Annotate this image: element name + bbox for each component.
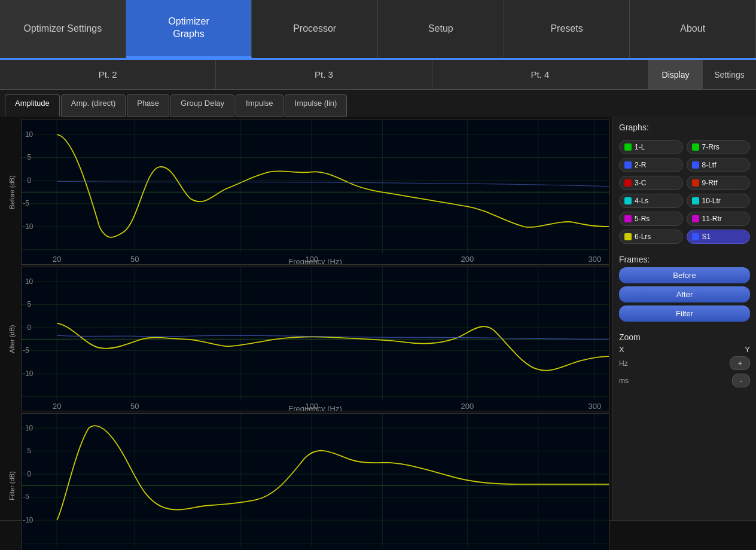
svg-text:-10: -10	[23, 369, 33, 377]
tab-impulse[interactable]: Impulse	[236, 94, 284, 117]
zoom-xy-labels: X Y	[619, 345, 750, 354]
svg-text:Frequency (Hz): Frequency (Hz)	[288, 404, 342, 411]
after-chart[interactable]: 10 5 0 -5 -10 20 50 100 200 300 Frequenc…	[21, 267, 609, 412]
charts-area: Before (dB)	[0, 117, 612, 520]
second-row: Pt. 2 Pt. 3 Pt. 4 Display Settings	[0, 60, 756, 90]
svg-text:5: 5	[27, 153, 31, 161]
color-4Ls	[624, 197, 632, 204]
after-y-label: After (dB)	[3, 267, 21, 412]
graph-btn-4Ls[interactable]: 4-Ls	[619, 194, 683, 208]
svg-text:0: 0	[27, 470, 31, 478]
zoom-minus-button[interactable]: -	[732, 374, 750, 387]
zoom-x-label: X	[619, 345, 624, 354]
graph-btn-9Rtf[interactable]: 9-Rtf	[687, 176, 751, 190]
zoom-plus-button[interactable]: +	[730, 356, 750, 370]
color-8Ltf	[692, 161, 699, 169]
color-5Rs	[624, 215, 632, 222]
svg-text:-10: -10	[23, 222, 33, 231]
zoom-title: Zoom	[619, 332, 750, 342]
graphs-grid: 1-L 7-Rrs 2-R 8-Ltf 3-C 9-Rtf	[619, 140, 750, 244]
pt-tabs: Pt. 2 Pt. 3 Pt. 4	[0, 60, 648, 89]
tab-amp-direct[interactable]: Amp. (direct)	[61, 94, 126, 117]
svg-text:200: 200	[461, 402, 474, 411]
svg-text:20: 20	[53, 255, 61, 264]
svg-text:5: 5	[27, 447, 31, 455]
graph-btn-10Ltr[interactable]: 10-Ltr	[687, 194, 751, 208]
svg-text:-5: -5	[23, 493, 29, 501]
tab-presets[interactable]: Presets	[504, 0, 630, 58]
graph-btn-S1[interactable]: S1	[687, 230, 751, 244]
color-2R	[624, 161, 632, 169]
svg-text:10: 10	[25, 130, 33, 139]
tab-optimizer-settings[interactable]: Optimizer Settings	[0, 0, 126, 58]
right-panel: Graphs: 1-L 7-Rrs 2-R 8-Ltf	[612, 117, 756, 520]
svg-text:5: 5	[27, 300, 31, 308]
graph-btn-7Rrs[interactable]: 7-Rrs	[687, 140, 751, 154]
graph-btn-3C[interactable]: 3-C	[619, 176, 683, 190]
filter-chart-container: Filter (dB)	[3, 413, 609, 550]
tab-processor[interactable]: Processor	[252, 0, 378, 58]
zoom-section: Zoom X Y Hz + ms -	[619, 332, 750, 387]
before-chart[interactable]: 10 5 0 -5 -10 20 50 100 200 300 Frequenc…	[21, 120, 609, 265]
graph-btn-2R[interactable]: 2-R	[619, 158, 683, 172]
tab-pt3[interactable]: Pt. 3	[216, 60, 432, 89]
frame-after-button[interactable]: After	[619, 286, 750, 302]
zoom-ms-label: ms	[619, 377, 629, 385]
svg-text:20: 20	[53, 402, 61, 411]
svg-text:0: 0	[27, 323, 31, 331]
svg-text:200: 200	[461, 255, 474, 264]
tab-group-delay[interactable]: Group Delay	[170, 94, 234, 117]
color-6Lrs	[624, 233, 632, 240]
color-1L	[624, 143, 632, 151]
display-settings-tabs: Display Settings	[648, 60, 756, 89]
tab-impulse-lin[interactable]: Impulse (lin)	[285, 94, 347, 117]
tab-pt4[interactable]: Pt. 4	[432, 60, 648, 89]
tab-amplitude[interactable]: Amplitude	[5, 94, 60, 117]
color-10Ltr	[692, 197, 699, 204]
svg-text:Frequency (Hz): Frequency (Hz)	[288, 257, 342, 264]
svg-text:300: 300	[588, 402, 601, 411]
color-9Rtf	[692, 179, 699, 187]
svg-text:10: 10	[25, 424, 33, 432]
svg-text:-5: -5	[23, 199, 29, 207]
graph-btn-1L[interactable]: 1-L	[619, 140, 683, 154]
frames-title: Frames:	[619, 255, 750, 264]
graph-type-tabs: Amplitude Amp. (direct) Phase Group Dela…	[0, 90, 756, 117]
frame-filter-button[interactable]: Filter	[619, 305, 750, 322]
after-chart-container: After (dB)	[3, 267, 609, 412]
svg-text:-10: -10	[23, 516, 33, 524]
svg-text:300: 300	[588, 255, 601, 264]
display-tab[interactable]: Display	[648, 60, 702, 89]
tab-pt2[interactable]: Pt. 2	[0, 60, 216, 89]
graph-btn-11Rtr[interactable]: 11-Rtr	[687, 212, 751, 226]
before-chart-container: Before (dB)	[3, 120, 609, 265]
settings-tab[interactable]: Settings	[702, 60, 756, 89]
before-y-label: Before (dB)	[3, 120, 21, 265]
frames-section: Frames: Before After Filter	[619, 255, 750, 325]
zoom-hz-label: Hz	[619, 359, 628, 368]
svg-text:0: 0	[27, 176, 31, 185]
color-11Rtr	[692, 215, 699, 222]
graph-btn-6Lrs[interactable]: 6-Lrs	[619, 230, 683, 244]
svg-text:10: 10	[25, 277, 33, 285]
svg-text:50: 50	[130, 402, 139, 411]
svg-text:-5: -5	[23, 346, 29, 355]
color-3C	[624, 179, 632, 187]
graphs-section-title: Graphs:	[619, 123, 750, 132]
zoom-y-label: Y	[745, 345, 750, 354]
color-7Rrs	[692, 143, 699, 151]
graph-btn-8Ltf[interactable]: 8-Ltf	[687, 158, 751, 172]
tab-about[interactable]: About	[630, 0, 756, 58]
top-navigation: Optimizer Settings OptimizerGraphs Proce…	[0, 0, 756, 60]
main-area: Before (dB)	[0, 117, 756, 520]
svg-text:50: 50	[130, 255, 139, 264]
frame-before-button[interactable]: Before	[619, 267, 750, 283]
tab-setup[interactable]: Setup	[378, 0, 504, 58]
filter-chart[interactable]: 10 5 0 -5 -10 20 50 100 200 300 Frequenc…	[21, 413, 609, 550]
color-S1	[692, 233, 699, 240]
filter-y-label: Filter (dB)	[3, 413, 21, 550]
tab-phase[interactable]: Phase	[127, 94, 169, 117]
graph-btn-5Rs[interactable]: 5-Rs	[619, 212, 683, 226]
tab-optimizer-graphs[interactable]: OptimizerGraphs	[126, 0, 252, 58]
